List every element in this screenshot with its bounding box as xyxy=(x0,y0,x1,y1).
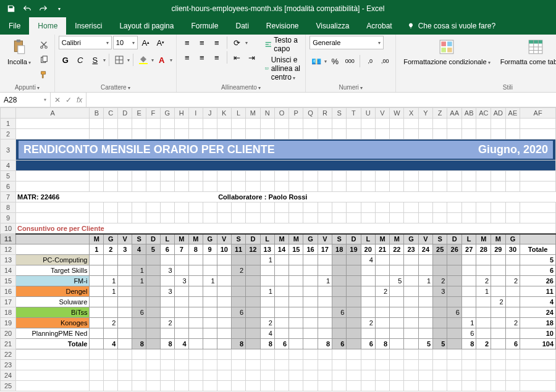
tab-formulas[interactable]: Formule xyxy=(182,17,227,35)
hours-cell[interactable]: 1 xyxy=(476,286,491,297)
cell[interactable] xyxy=(332,181,347,192)
align-bottom-icon[interactable]: ≡ xyxy=(210,36,224,49)
hours-cell[interactable] xyxy=(289,297,303,307)
cell[interactable] xyxy=(160,202,174,213)
cell[interactable] xyxy=(491,349,506,360)
cell[interactable] xyxy=(146,360,160,370)
hours-cell[interactable] xyxy=(203,328,217,339)
column-header[interactable]: R xyxy=(318,108,332,119)
cell[interactable] xyxy=(118,202,132,213)
hours-cell[interactable] xyxy=(118,286,132,297)
cell[interactable] xyxy=(104,360,118,370)
hours-cell[interactable]: 1 xyxy=(418,276,432,286)
row-header[interactable]: 25 xyxy=(1,381,16,391)
hours-cell[interactable] xyxy=(289,307,303,318)
cell[interactable] xyxy=(203,181,217,192)
cell[interactable] xyxy=(246,381,260,391)
cell[interactable] xyxy=(217,202,231,213)
hours-cell[interactable] xyxy=(332,318,347,328)
increase-decimal-icon[interactable]: ,0 xyxy=(363,54,377,68)
hours-cell[interactable] xyxy=(118,265,132,276)
hours-cell[interactable]: 1 xyxy=(461,318,476,328)
cell[interactable] xyxy=(289,349,303,360)
cell[interactable] xyxy=(303,213,318,223)
cell[interactable] xyxy=(361,360,375,370)
cell[interactable] xyxy=(361,381,375,391)
cell[interactable] xyxy=(217,129,231,140)
row-header[interactable]: 24 xyxy=(1,370,16,381)
cell[interactable] xyxy=(90,370,104,381)
hours-cell[interactable] xyxy=(447,255,462,265)
hours-cell[interactable] xyxy=(491,328,506,339)
cell[interactable] xyxy=(375,370,389,381)
column-header[interactable]: B xyxy=(90,108,104,119)
row-header[interactable]: 1 xyxy=(1,119,16,129)
hours-cell[interactable] xyxy=(332,265,347,276)
cell[interactable] xyxy=(174,181,188,192)
cell[interactable] xyxy=(16,370,90,381)
cell[interactable] xyxy=(390,181,404,192)
cell[interactable] xyxy=(347,181,361,192)
cell[interactable] xyxy=(433,202,447,213)
cell[interactable] xyxy=(447,360,462,370)
decrease-indent-icon[interactable]: ⇤ xyxy=(230,51,244,64)
hours-cell[interactable] xyxy=(174,265,188,276)
hours-cell[interactable] xyxy=(104,307,118,318)
cell[interactable] xyxy=(203,129,217,140)
cell[interactable] xyxy=(274,119,289,129)
cell[interactable] xyxy=(332,171,347,181)
spreadsheet-area[interactable]: ABCDEFGHIJKLMNOPQRSTUVWXYZAAABACADAEAF12… xyxy=(0,107,556,391)
hours-cell[interactable] xyxy=(203,265,217,276)
hours-cell[interactable] xyxy=(347,307,361,318)
cell[interactable] xyxy=(246,202,260,213)
cell[interactable] xyxy=(231,202,245,213)
column-header[interactable]: V xyxy=(375,108,389,119)
tab-layout[interactable]: Layout di pagina xyxy=(111,17,182,35)
cell[interactable] xyxy=(418,349,432,360)
cell[interactable] xyxy=(491,213,506,223)
hours-cell[interactable] xyxy=(303,255,318,265)
cell[interactable] xyxy=(404,360,418,370)
hours-cell[interactable] xyxy=(174,297,188,307)
hours-cell[interactable] xyxy=(160,276,174,286)
cell[interactable] xyxy=(289,129,303,140)
redo-icon[interactable] xyxy=(36,2,51,15)
column-header[interactable]: T xyxy=(347,108,361,119)
cell[interactable] xyxy=(260,370,274,381)
hours-cell[interactable]: 2 xyxy=(505,318,520,328)
hours-cell[interactable] xyxy=(433,328,447,339)
cell[interactable] xyxy=(418,119,432,129)
hours-cell[interactable] xyxy=(146,318,160,328)
cell[interactable] xyxy=(160,181,174,192)
cell[interactable] xyxy=(217,119,231,129)
cell[interactable] xyxy=(461,129,476,140)
cell[interactable] xyxy=(174,202,188,213)
cell[interactable] xyxy=(217,349,231,360)
cell[interactable] xyxy=(188,360,203,370)
cell[interactable] xyxy=(90,129,104,140)
increase-indent-icon[interactable]: ⇥ xyxy=(245,51,259,64)
cell[interactable] xyxy=(318,171,332,181)
cut-icon[interactable] xyxy=(37,38,51,52)
hours-cell[interactable] xyxy=(203,255,217,265)
hours-cell[interactable] xyxy=(246,328,260,339)
cell[interactable] xyxy=(104,370,118,381)
hours-cell[interactable] xyxy=(318,328,332,339)
column-header[interactable]: U xyxy=(361,108,375,119)
cell[interactable] xyxy=(418,202,432,213)
align-center-icon[interactable]: ≡ xyxy=(195,51,209,64)
cell[interactable] xyxy=(289,119,303,129)
hours-cell[interactable]: 6 xyxy=(231,307,245,318)
cell[interactable] xyxy=(433,181,447,192)
cell[interactable] xyxy=(104,213,118,223)
hours-cell[interactable] xyxy=(318,255,332,265)
hours-cell[interactable] xyxy=(203,297,217,307)
hours-cell[interactable] xyxy=(174,307,188,318)
hours-cell[interactable] xyxy=(447,318,462,328)
cell[interactable] xyxy=(418,181,432,192)
cell[interactable] xyxy=(361,349,375,360)
column-header[interactable]: H xyxy=(174,108,188,119)
cell[interactable] xyxy=(146,349,160,360)
cell[interactable] xyxy=(132,381,146,391)
cell[interactable] xyxy=(16,119,90,129)
